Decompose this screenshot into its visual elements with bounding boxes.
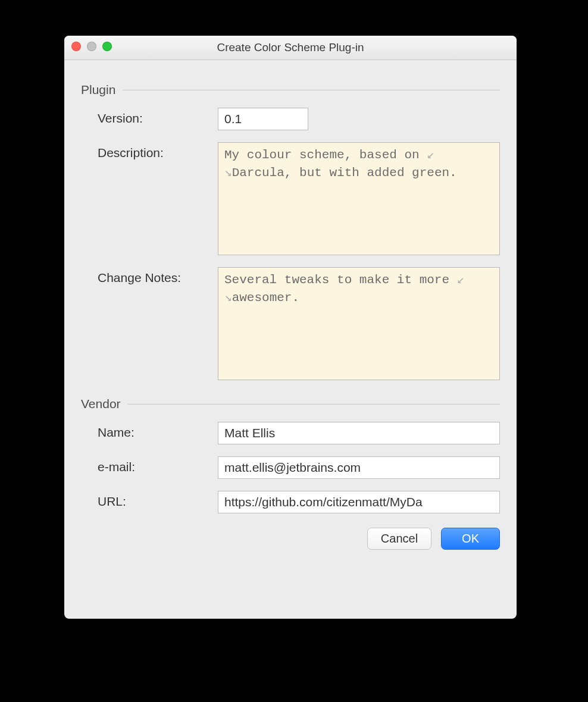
section-divider (128, 404, 500, 405)
row-name: Name: (81, 422, 500, 444)
name-label: Name: (81, 422, 218, 440)
line-wrap-icon: ↘ (224, 291, 232, 305)
section-plugin: Plugin (81, 83, 500, 97)
ok-button[interactable]: OK (441, 528, 500, 550)
row-change-notes: Change Notes: Several tweaks to make it … (81, 267, 500, 380)
email-input[interactable] (218, 456, 500, 479)
description-text-line1: My colour scheme, based on (224, 148, 427, 162)
section-vendor-label: Vendor (81, 397, 128, 411)
dialog-window: Create Color Scheme Plug-in Plugin Versi… (64, 36, 517, 619)
dialog-content: Plugin Version: Description: My colour s… (64, 60, 517, 550)
window-controls (71, 42, 112, 51)
zoom-icon[interactable] (102, 42, 112, 51)
description-label: Description: (81, 142, 218, 160)
name-input[interactable] (218, 422, 500, 444)
url-label: URL: (81, 491, 218, 509)
change-notes-text-line2: awesomer. (232, 291, 299, 305)
email-label: e-mail: (81, 456, 218, 474)
section-divider (123, 90, 500, 90)
titlebar: Create Color Scheme Plug-in (64, 36, 517, 60)
line-wrap-icon: ↙ (427, 148, 434, 162)
window-title: Create Color Scheme Plug-in (217, 41, 364, 54)
change-notes-label: Change Notes: (81, 267, 218, 285)
change-notes-text-line1: Several tweaks to make it more (224, 273, 457, 287)
section-plugin-label: Plugin (81, 83, 123, 97)
row-description: Description: My colour scheme, based on … (81, 142, 500, 255)
row-email: e-mail: (81, 456, 500, 479)
line-wrap-icon: ↘ (224, 166, 232, 180)
minimize-icon[interactable] (87, 42, 96, 51)
cancel-button[interactable]: Cancel (367, 528, 431, 550)
version-label: Version: (81, 108, 218, 126)
version-input[interactable] (218, 108, 308, 130)
url-input[interactable] (218, 491, 500, 513)
description-text-line2: Darcula, but with added green. (232, 166, 457, 180)
section-vendor: Vendor (81, 397, 500, 411)
change-notes-textarea[interactable]: Several tweaks to make it more ↙ ↘awesom… (218, 267, 500, 380)
row-url: URL: (81, 491, 500, 513)
button-row: Cancel OK (81, 525, 500, 550)
description-textarea[interactable]: My colour scheme, based on ↙ ↘Darcula, b… (218, 142, 500, 255)
line-wrap-icon: ↙ (457, 273, 465, 287)
close-icon[interactable] (71, 42, 81, 51)
row-version: Version: (81, 108, 500, 130)
